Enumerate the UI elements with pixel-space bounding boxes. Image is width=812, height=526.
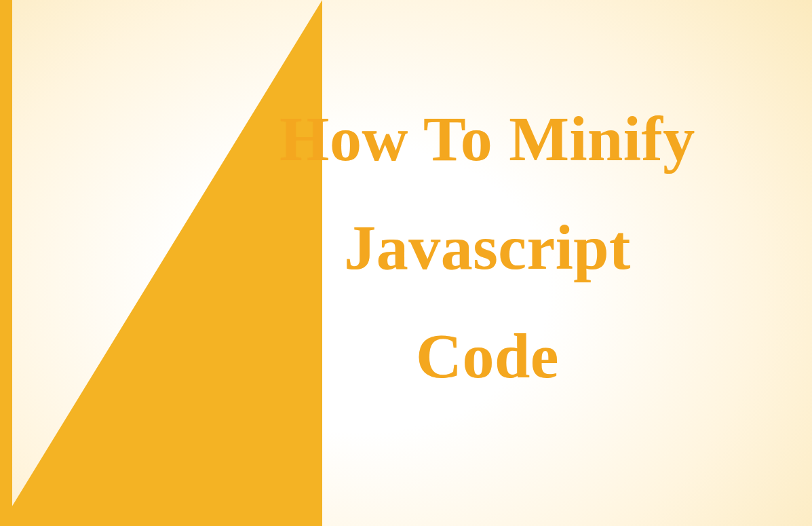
left-accent-bar — [0, 0, 12, 526]
banner-canvas: How To Minify Javascript Code — [0, 0, 812, 526]
title-line-1: How To Minify — [204, 85, 771, 193]
banner-title: How To Minify Javascript Code — [204, 85, 771, 410]
title-line-3: Code — [204, 302, 771, 411]
title-container: How To Minify Javascript Code — [204, 85, 771, 410]
title-line-2: Javascript — [204, 193, 771, 302]
